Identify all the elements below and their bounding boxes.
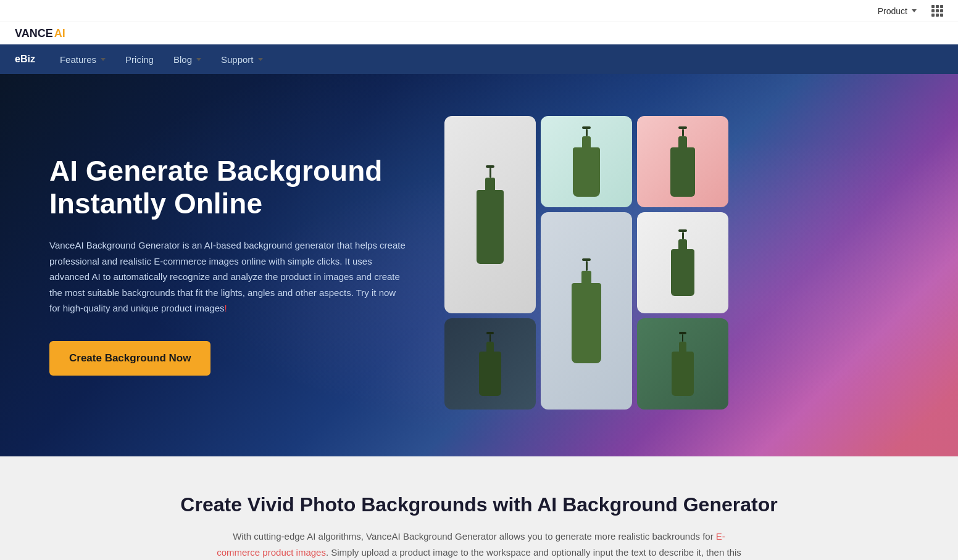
product-image-6 <box>444 318 536 410</box>
highlight-char: ! <box>225 303 227 313</box>
grid-dot <box>936 14 939 17</box>
product-label: Product <box>878 6 907 16</box>
top-bar: Product <box>0 0 958 22</box>
product-chevron-icon <box>912 9 917 12</box>
bottle-illustration-2 <box>670 126 695 197</box>
main-nav: eBiz Features Pricing Blog Support <box>0 44 958 74</box>
support-chevron-icon <box>258 58 263 61</box>
grid-dot <box>940 5 943 8</box>
nav-brand: eBiz <box>15 54 35 65</box>
nav-item-pricing[interactable]: Pricing <box>125 54 154 65</box>
bottle-illustration-4 <box>572 258 601 363</box>
product-image-2 <box>637 116 728 207</box>
section2-title: Create Vivid Photo Backgrounds with AI B… <box>49 493 909 516</box>
nav-pricing-label: Pricing <box>125 54 154 65</box>
bottle-illustration-5 <box>671 229 694 296</box>
grid-icon[interactable] <box>931 5 943 17</box>
product-image-5 <box>637 212 728 313</box>
section2: Create Vivid Photo Backgrounds with AI B… <box>0 456 958 560</box>
product-image-7 <box>637 318 728 410</box>
hero-description: VanceAI Background Generator is an AI-ba… <box>49 237 407 316</box>
nav-item-support[interactable]: Support <box>221 54 263 65</box>
logo-vance: VANCE <box>15 27 53 40</box>
product-image-4 <box>541 212 632 410</box>
logo-ai: AI <box>54 27 65 40</box>
grid-dot <box>931 9 935 12</box>
ecommerce-link[interactable]: E-commerce product images <box>217 531 725 558</box>
hero-content: AI Generate Background Instantly Online … <box>49 155 407 375</box>
logo[interactable]: VANCE AI <box>15 27 65 40</box>
nav-item-features[interactable]: Features <box>60 54 106 65</box>
hero-image-grid <box>444 116 728 414</box>
logo-bar: VANCE AI <box>0 22 958 44</box>
product-image-3 <box>444 116 536 313</box>
nav-blog-label: Blog <box>173 54 192 65</box>
bottle-illustration-1 <box>573 126 600 197</box>
bottle-illustration-6 <box>479 332 501 396</box>
features-chevron-icon <box>101 58 106 61</box>
nav-support-label: Support <box>221 54 254 65</box>
grid-dot <box>936 9 939 12</box>
bottle-illustration-3 <box>477 165 504 264</box>
blog-chevron-icon <box>196 58 201 61</box>
hero-title: AI Generate Background Instantly Online <box>49 155 407 220</box>
section2-description: With cutting-edge AI algorithms, VanceAI… <box>214 529 744 560</box>
top-bar-right: Product <box>878 5 943 17</box>
grid-dot <box>940 14 943 17</box>
nav-features-label: Features <box>60 54 96 65</box>
product-image-1 <box>541 116 632 207</box>
hero-section: AI Generate Background Instantly Online … <box>0 74 958 456</box>
create-background-button[interactable]: Create Background Now <box>49 341 210 376</box>
grid-dot <box>936 5 939 8</box>
grid-dot <box>940 9 943 12</box>
nav-item-blog[interactable]: Blog <box>173 54 201 65</box>
product-menu[interactable]: Product <box>878 6 917 16</box>
grid-dot <box>931 14 935 17</box>
grid-dot <box>931 5 935 8</box>
bottle-illustration-7 <box>672 332 694 396</box>
